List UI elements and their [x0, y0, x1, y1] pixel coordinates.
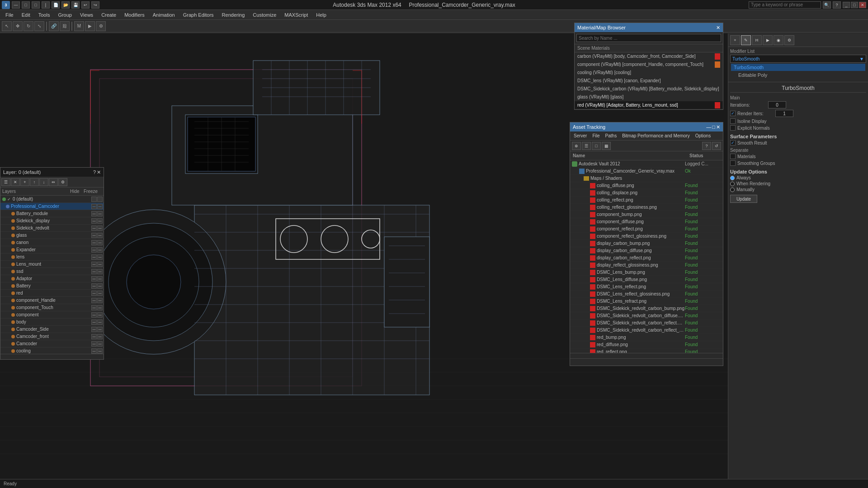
at-menu-options[interactable]: Options [693, 133, 712, 138]
explicit-normals-checkbox[interactable] [730, 125, 736, 131]
layer-hide-icon-cam[interactable]: — [91, 204, 97, 209]
mat-item-red[interactable]: red (VRayMtl) [Adaptor, Battery, Lens_mo… [575, 101, 723, 109]
at-tool-help[interactable]: ? [702, 142, 711, 150]
tool-material-editor[interactable]: M [74, 21, 84, 31]
modifier-dropdown[interactable]: TurboSmooth ▼ [730, 55, 866, 63]
layer-tool-create[interactable]: ☰ [1, 178, 10, 186]
tool-select[interactable]: ↖ [2, 21, 12, 31]
layer-hide-icon-bati[interactable]: — [91, 283, 97, 289]
at-tool-4[interactable]: ▦ [602, 142, 611, 150]
layer-freeze-icon-adp[interactable]: — [97, 276, 103, 282]
menu-customize[interactable]: Customize [249, 11, 280, 19]
layer-item-component[interactable]: component — — [0, 311, 104, 319]
mat-close[interactable]: ✕ [716, 25, 720, 31]
layer-item-sidekick-redvolt[interactable]: Sidekick_redvolt — — [0, 225, 104, 232]
win-minimize[interactable]: _ [843, 2, 850, 8]
always-radio[interactable] [730, 176, 735, 180]
tb-redo[interactable]: ↪ [91, 1, 99, 9]
at-tool-3[interactable]: □ [592, 142, 601, 150]
modifier-turbosmoothitem[interactable]: TurboSmooth [731, 64, 865, 71]
at-tool-2[interactable]: ☰ [582, 142, 591, 150]
update-button[interactable]: Update [730, 195, 757, 203]
render-iters-input[interactable] [775, 110, 793, 117]
at-menu-bitmap[interactable]: Bitmap Performance and Memory [620, 133, 692, 138]
layer-hide-icon-can[interactable]: — [91, 240, 97, 245]
menu-edit[interactable]: Edit [18, 11, 34, 19]
when-rendering-radio[interactable] [730, 182, 735, 186]
layer-hide-icon-bat[interactable]: — [91, 211, 97, 216]
layer-hide-icon-cf[interactable]: — [91, 334, 97, 339]
display-icon[interactable]: ◉ [774, 35, 783, 45]
materials-checkbox[interactable] [730, 154, 736, 159]
at-item-display-reflect-gloss[interactable]: display_reflect_glossiness.png Found [570, 262, 723, 269]
layer-freeze-icon-sdk[interactable]: — [97, 218, 103, 224]
layer-item-ssd[interactable]: ssd — — [0, 268, 104, 275]
layer-hide-icon-ssd[interactable]: — [91, 269, 97, 274]
menu-modifiers[interactable]: Modifiers [121, 11, 148, 19]
at-menu-server[interactable]: Server [572, 133, 589, 138]
layers-close[interactable]: ✕ [97, 169, 101, 175]
layers-title-bar[interactable]: Layer: 0 (default) ? ✕ [0, 168, 104, 177]
layer-tool-down[interactable]: ↓ [39, 178, 48, 186]
layer-item-camcoder-side[interactable]: Camcoder_Side — — [0, 326, 104, 333]
at-item-component-bump[interactable]: component_bump.png Found [570, 211, 723, 218]
layer-freeze-icon-body[interactable]: — [97, 319, 103, 325]
at-item-dsmc-lens-bump[interactable]: DSMC_Lens_bump.png Found [570, 269, 723, 276]
at-item-colling-diffuse[interactable]: colling_diffuse.png Found [570, 182, 723, 189]
layer-freeze-icon-cam[interactable]: — [97, 204, 103, 209]
layer-hide-icon-gls[interactable]: — [91, 233, 97, 238]
layer-hide-icon-rv[interactable]: — [91, 225, 97, 231]
mat-item-glass[interactable]: glass (VRayMtl) [glass] [575, 93, 723, 101]
layer-freeze-icon-bat[interactable]: — [97, 211, 103, 216]
at-item-display-carbon-diffuse[interactable]: display_carbon_diffuse.png Found [570, 247, 723, 254]
isoline-checkbox[interactable] [730, 118, 736, 124]
layer-item-canon[interactable]: canon — — [0, 239, 104, 246]
at-item-dsmc-sidekick-bump[interactable]: DSMC_Sidekick_redvolt_carbon_bump.png Fo… [570, 305, 723, 312]
layer-tool-settings[interactable]: ⚙ [58, 178, 67, 186]
layer-item-comp-handle[interactable]: component_Handle — — [0, 297, 104, 304]
at-menu-paths[interactable]: Paths [604, 133, 619, 138]
layer-freeze-icon-ch[interactable]: — [97, 298, 103, 303]
layer-freeze-icon[interactable] [97, 197, 103, 202]
at-item-vault[interactable]: Autodesk Vault 2012 Logged C... [570, 160, 723, 168]
layer-item-adaptor[interactable]: Adaptor — — [0, 275, 104, 282]
at-scrollbar-h[interactable] [570, 353, 723, 358]
smoothing-groups-checkbox[interactable] [730, 160, 736, 166]
layer-freeze-icon-ssd[interactable]: — [97, 269, 103, 274]
mat-item-carbon[interactable]: carbon (VRayMtl) [body, Camcoder_front, … [575, 52, 723, 61]
layer-hide-icon-exp[interactable]: — [91, 247, 97, 253]
at-item-component-reflect[interactable]: component_reflect.png Found [570, 225, 723, 233]
menu-group[interactable]: Group [54, 11, 75, 19]
manually-radio[interactable] [730, 188, 735, 192]
mat-search-input[interactable] [576, 34, 721, 42]
layer-item-default[interactable]: ✓ 0 (default) [0, 196, 104, 203]
tb-restore[interactable]: □ [22, 1, 30, 9]
tool-scale[interactable]: ⤡ [34, 21, 44, 31]
at-item-maps-folder[interactable]: Maps / Shaders [570, 175, 723, 182]
at-minimize[interactable]: — [706, 124, 711, 130]
menu-maxscript[interactable]: MAXScript [281, 11, 311, 19]
at-item-red-diffuse[interactable]: red_diffuse.png Found [570, 341, 723, 348]
layer-freeze-icon-cs[interactable]: — [97, 327, 103, 332]
menu-views[interactable]: Views [76, 11, 97, 19]
at-item-dsmc-sidekick-diffuse[interactable]: DSMC_Sidekick_redvolt_carbon_diffuse.png… [570, 312, 723, 319]
layer-hide-icon-ct[interactable]: — [91, 305, 97, 310]
at-item-dsmc-lens-refract[interactable]: DSMC_Lens_refract.png Found [570, 298, 723, 305]
at-menu-file[interactable]: File [590, 133, 601, 138]
layer-hide-icon-adp[interactable]: — [91, 276, 97, 282]
at-tool-refresh[interactable]: ↺ [712, 142, 721, 150]
layer-hide-icon-body[interactable]: — [91, 319, 97, 325]
render-iters-checkbox[interactable] [730, 111, 736, 116]
at-item-component-reflect-gloss[interactable]: component_reflect_glossiness.png Found [570, 233, 723, 240]
layer-tool-select[interactable]: ↑ [30, 178, 39, 186]
tb-minimize[interactable]: — [12, 1, 20, 9]
iterations-input[interactable] [768, 101, 786, 108]
layer-item-expander[interactable]: Expander — — [0, 246, 104, 253]
layer-item-lens-mount[interactable]: Lens_mount — — [0, 261, 104, 268]
layer-item-body[interactable]: body — — [0, 319, 104, 326]
at-item-dsmc-lens-reflect-gloss[interactable]: DSMC_Lens_reflect_glossiness.png Found [570, 291, 723, 298]
layer-hide-icon-cs[interactable]: — [91, 327, 97, 332]
layer-freeze-icon-exp[interactable]: — [97, 247, 103, 253]
tb-open[interactable]: 📂 [61, 1, 70, 9]
layer-freeze-icon-comp[interactable]: — [97, 312, 103, 318]
